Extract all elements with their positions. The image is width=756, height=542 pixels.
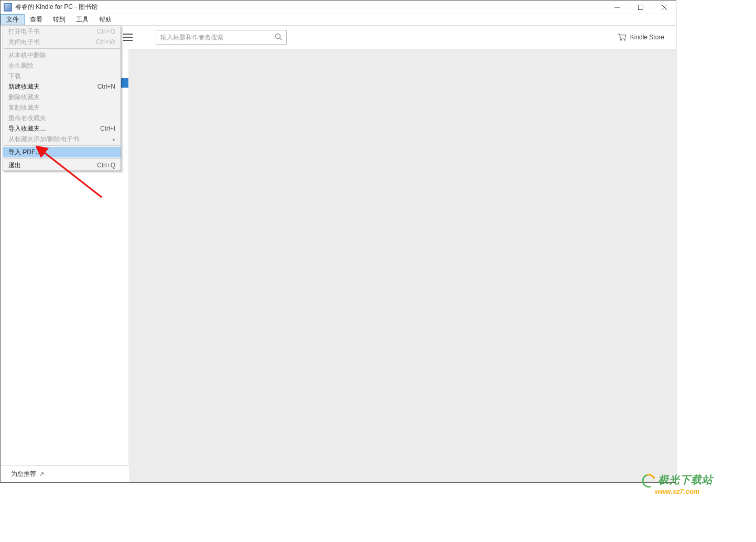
menu-view[interactable]: 查看 (25, 14, 48, 25)
recommend-bar[interactable]: 为您推荐 ↗ (1, 465, 128, 482)
menu-separator (4, 48, 120, 49)
kindle-store-label: Kindle Store (630, 34, 664, 41)
hamburger-icon[interactable] (123, 34, 133, 41)
menu-help[interactable]: 帮助 (94, 14, 117, 25)
menu-copy-collection[interactable]: 复制收藏夹 (3, 102, 121, 113)
svg-point-4 (276, 34, 280, 38)
menu-separator (4, 158, 120, 159)
minimize-button[interactable] (605, 1, 629, 14)
maximize-button[interactable] (629, 1, 652, 14)
submenu-arrow-icon: ▸ (113, 136, 115, 142)
menu-new-collection[interactable]: 新建收藏夹 Ctrl+N (3, 81, 121, 92)
menu-open-ebook[interactable]: 打开电子书 Ctrl+O (3, 26, 121, 37)
search-input[interactable] (160, 34, 275, 41)
menu-separator (4, 145, 120, 146)
search-box[interactable] (156, 30, 287, 45)
svg-point-7 (624, 39, 625, 40)
close-button[interactable] (652, 1, 676, 14)
menu-rename-collection[interactable]: 重命名收藏夹 (3, 113, 121, 123)
menu-collection-add-del[interactable]: 从收藏夹添加/删除电子书 ▸ (3, 134, 121, 144)
menu-delete-collection[interactable]: 删除收藏夹 (3, 92, 121, 102)
window-controls (605, 1, 676, 14)
file-menu-dropdown: 打开电子书 Ctrl+O 关闭电子书 Ctrl+W 从本机中删除 永久删除 下载… (3, 26, 121, 171)
main-content (129, 49, 676, 482)
menu-file[interactable]: 文件 (1, 14, 25, 25)
menubar: 文件 查看 转到 工具 帮助 (1, 14, 676, 26)
window-title: 睿睿的 Kindle for PC - 图书馆 (15, 3, 98, 12)
toolbar: Kindle Store (122, 26, 676, 49)
external-link-icon: ↗ (39, 471, 44, 477)
menu-delete-local[interactable]: 从本机中删除 (3, 50, 121, 60)
search-icon[interactable] (275, 33, 282, 42)
menu-import-pdf[interactable]: 导入 PDF… (3, 147, 121, 157)
menu-close-ebook[interactable]: 关闭电子书 Ctrl+W (3, 37, 121, 47)
app-icon (4, 3, 12, 12)
menu-goto[interactable]: 转到 (48, 14, 71, 25)
menu-tools[interactable]: 工具 (71, 14, 94, 25)
menu-delete-perm[interactable]: 永久删除 (3, 60, 121, 71)
kindle-store-link[interactable]: Kindle Store (618, 34, 664, 41)
app-window: 睿睿的 Kindle for PC - 图书馆 文件 查看 转到 工具 帮助 (0, 0, 676, 483)
cart-icon (618, 34, 627, 41)
menu-download[interactable]: 下载 (3, 71, 121, 81)
menu-exit[interactable]: 退出 Ctrl+Q (3, 160, 121, 171)
sidebar-selected-edge (121, 78, 128, 88)
titlebar: 睿睿的 Kindle for PC - 图书馆 (1, 1, 676, 14)
recommend-label: 为您推荐 (11, 470, 36, 479)
svg-point-6 (620, 39, 621, 40)
menu-import-collection[interactable]: 导入收藏夹… Ctrl+I (3, 123, 121, 134)
svg-line-5 (280, 38, 282, 40)
svg-rect-1 (638, 5, 643, 9)
